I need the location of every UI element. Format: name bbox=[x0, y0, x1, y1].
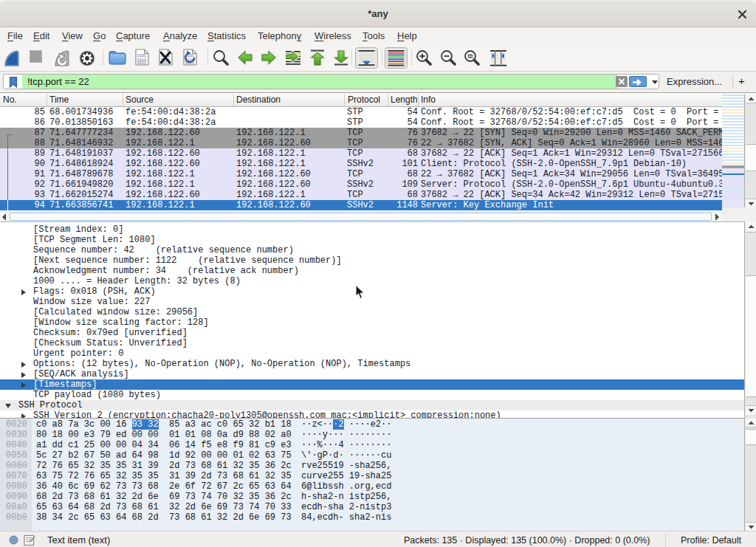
svg-text:0011: 0011 bbox=[137, 61, 146, 66]
